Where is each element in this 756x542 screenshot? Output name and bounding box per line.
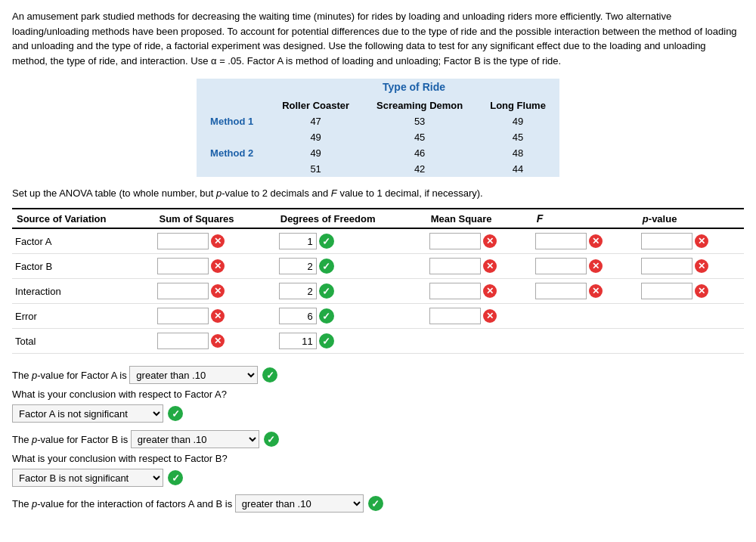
table-row: Method 1 47 53 49 xyxy=(197,113,559,129)
factor-b-ms-input[interactable] xyxy=(429,258,481,274)
error-ss-clear[interactable]: ✕ xyxy=(211,309,225,323)
total-df-input[interactable] xyxy=(279,333,317,349)
total-ss-clear[interactable]: ✕ xyxy=(211,334,225,348)
factor-b-f-input[interactable] xyxy=(535,258,587,274)
data-table: Type of Ride Roller Coaster Screaming De… xyxy=(197,79,559,177)
conclusion-b-group: Factor B is not significant Factor B is … xyxy=(12,469,183,487)
pvalue-a-text: The p-value for Factor A is greater than… xyxy=(12,366,744,384)
type-of-ride-header: Type of Ride xyxy=(268,79,559,98)
factor-a-f-clear[interactable]: ✕ xyxy=(589,234,603,248)
pvalue-interaction-dropdown[interactable]: greater than .10 less than .01 between .… xyxy=(235,494,364,513)
factor-a-f-input[interactable] xyxy=(535,233,587,249)
conclusion-a-check-icon[interactable]: ✓ xyxy=(168,406,183,421)
factor-a-df-cell: ✓ xyxy=(276,228,426,254)
factor-a-ms-clear[interactable]: ✕ xyxy=(483,234,497,248)
interaction-ms-input[interactable] xyxy=(429,283,481,299)
pvalue-a-select-group: greater than .10 less than .01 between .… xyxy=(129,366,277,384)
pvalue-section-b: The p-value for Factor B is greater than… xyxy=(12,430,744,487)
pvalue-section-interaction: The p-value for the interaction of facto… xyxy=(12,494,744,513)
interaction-ms-clear[interactable]: ✕ xyxy=(483,284,497,298)
interaction-f-cell: ✕ xyxy=(532,279,638,304)
factor-b-ms-cell: ✕ xyxy=(426,254,532,279)
pvalue-interaction-select-group: greater than .10 less than .01 between .… xyxy=(235,494,383,513)
data-table-wrapper: Type of Ride Roller Coaster Screaming De… xyxy=(12,79,744,177)
cell-m1-r2-c2: 45 xyxy=(363,129,476,145)
total-df-cell: ✓ xyxy=(276,329,426,354)
method2-label: Method 2 xyxy=(197,145,268,161)
error-pval-cell xyxy=(638,304,744,329)
conclusion-b-dropdown[interactable]: Factor B is not significant Factor B is … xyxy=(12,469,163,487)
interaction-df-check[interactable]: ✓ xyxy=(319,283,334,299)
pvalue-a-dropdown[interactable]: greater than .10 less than .01 between .… xyxy=(129,366,258,384)
factor-a-ms-cell: ✕ xyxy=(426,228,532,254)
factor-a-df-input[interactable] xyxy=(279,233,317,249)
error-df-check[interactable]: ✓ xyxy=(319,308,334,324)
header-ms: Mean Square xyxy=(426,209,532,228)
factor-b-label: Factor B xyxy=(12,254,154,279)
factor-b-df-input[interactable] xyxy=(279,258,317,274)
cell-m1-r1-c2: 53 xyxy=(363,113,476,129)
cell-m2-r1-c1: 49 xyxy=(268,145,363,161)
pvalue-a-check-icon[interactable]: ✓ xyxy=(262,367,277,382)
factor-b-f-cell: ✕ xyxy=(532,254,638,279)
setup-text: Set up the ANOVA table (to whole number,… xyxy=(12,187,744,199)
interaction-df-input[interactable] xyxy=(279,283,317,299)
factor-b-ss-clear[interactable]: ✕ xyxy=(211,259,225,273)
interaction-ss-clear[interactable]: ✕ xyxy=(211,284,225,298)
error-ms-clear[interactable]: ✕ xyxy=(483,309,497,323)
factor-b-ss-cell: ✕ xyxy=(154,254,275,279)
error-ms-input[interactable] xyxy=(429,308,481,324)
anova-row-total: Total ✕ ✓ xyxy=(12,329,744,354)
error-label: Error xyxy=(12,304,154,329)
factor-b-f-clear[interactable]: ✕ xyxy=(589,259,603,273)
header-ss: Sum of Squares xyxy=(154,209,275,228)
error-f-cell xyxy=(532,304,638,329)
total-label: Total xyxy=(12,329,154,354)
error-df-cell: ✓ xyxy=(276,304,426,329)
factor-a-df-check[interactable]: ✓ xyxy=(319,234,334,249)
interaction-f-input[interactable] xyxy=(535,283,587,299)
conclusion-b-check-icon[interactable]: ✓ xyxy=(168,470,183,485)
interaction-pval-clear[interactable]: ✕ xyxy=(695,284,708,298)
total-df-check[interactable]: ✓ xyxy=(319,333,334,348)
factor-a-pval-clear[interactable]: ✕ xyxy=(695,234,708,248)
conclusion-a-dropdown[interactable]: Factor A is not significant Factor A is … xyxy=(12,404,163,423)
pvalue-interaction-text: The p-value for the interaction of facto… xyxy=(12,494,744,513)
total-ss-input[interactable] xyxy=(157,333,209,349)
total-ss-cell: ✕ xyxy=(154,329,275,354)
pvalue-interaction-check-icon[interactable]: ✓ xyxy=(368,496,383,511)
pvalue-section-a: The p-value for Factor A is greater than… xyxy=(12,366,744,423)
pvalue-b-dropdown[interactable]: greater than .10 less than .01 between .… xyxy=(131,430,259,448)
interaction-ss-input[interactable] xyxy=(157,283,209,299)
anova-table: Source of Variation Sum of Squares Degre… xyxy=(12,208,744,354)
pvalue-b-select-group: greater than .10 less than .01 between .… xyxy=(131,430,279,448)
factor-a-ss-cell: ✕ xyxy=(154,228,275,254)
col-header-screaming: Screaming Demon xyxy=(363,98,476,113)
factor-a-ms-input[interactable] xyxy=(429,233,481,249)
factor-a-ss-clear[interactable]: ✕ xyxy=(211,234,225,248)
header-df: Degrees of Freedom xyxy=(276,209,426,228)
conclusion-b-question: What is your conclusion with respect to … xyxy=(12,453,744,464)
pvalue-b-check-icon[interactable]: ✓ xyxy=(264,432,279,447)
anova-row-factor-a: Factor A ✕ ✓ ✕ xyxy=(12,228,744,254)
error-ms-cell: ✕ xyxy=(426,304,532,329)
factor-b-pval-input[interactable] xyxy=(641,258,692,274)
factor-b-ss-input[interactable] xyxy=(157,258,209,274)
factor-a-ss-input[interactable] xyxy=(157,233,209,249)
interaction-pval-cell: ✕ xyxy=(638,279,744,304)
interaction-df-cell: ✓ xyxy=(276,279,426,304)
error-df-input[interactable] xyxy=(279,308,317,324)
factor-a-pval-cell: ✕ xyxy=(638,228,744,254)
cell-m1-r2-c1: 49 xyxy=(268,129,363,145)
factor-b-pval-cell: ✕ xyxy=(638,254,744,279)
factor-a-pval-input[interactable] xyxy=(641,233,692,249)
factor-b-pval-clear[interactable]: ✕ xyxy=(695,259,708,273)
conclusion-a-group: Factor A is not significant Factor A is … xyxy=(12,404,183,423)
interaction-f-clear[interactable]: ✕ xyxy=(589,284,603,298)
factor-a-f-cell: ✕ xyxy=(532,228,638,254)
cell-m1-r1-c3: 49 xyxy=(476,113,559,129)
interaction-pval-input[interactable] xyxy=(641,283,692,299)
factor-b-df-check[interactable]: ✓ xyxy=(319,259,334,274)
error-ss-input[interactable] xyxy=(157,308,209,324)
factor-b-ms-clear[interactable]: ✕ xyxy=(483,259,497,273)
